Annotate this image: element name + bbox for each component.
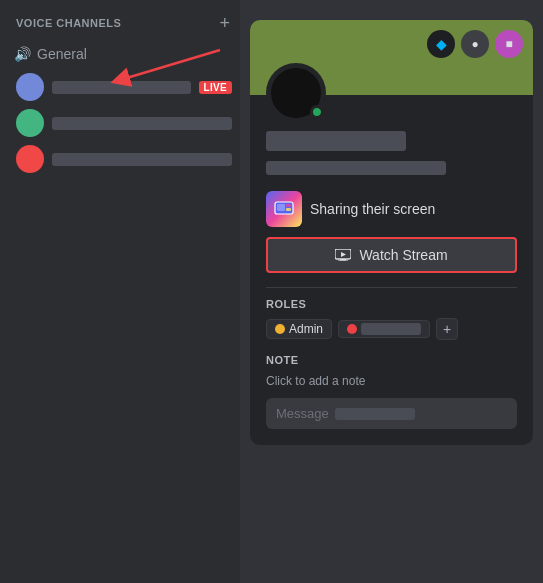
svg-rect-2 — [277, 204, 285, 211]
channel-members-list: LIVE — [0, 70, 240, 176]
avatar — [16, 145, 44, 173]
watch-stream-button[interactable]: Watch Stream — [266, 237, 517, 273]
speaker-icon: 🔊 — [14, 46, 31, 62]
role-dot-red — [347, 324, 357, 334]
role-badge-custom — [338, 320, 430, 338]
role-dot-yellow — [275, 324, 285, 334]
live-badge: LIVE — [199, 81, 232, 94]
main-panel: ◆ ● ■ Sharing their screen — [240, 0, 543, 583]
general-channel[interactable]: 🔊 General — [0, 42, 240, 66]
svg-rect-4 — [286, 208, 291, 211]
sidebar: VOICE CHANNELS + 🔊 General LIVE — [0, 0, 240, 583]
divider — [266, 287, 517, 288]
note-placeholder-text[interactable]: Click to add a note — [266, 374, 517, 388]
roles-section-label: ROLES — [266, 298, 517, 310]
member-name — [52, 153, 232, 166]
role-custom-label — [361, 323, 421, 335]
roles-row: Admin + — [266, 318, 517, 340]
voice-channels-header: VOICE CHANNELS + — [0, 12, 240, 42]
profile-discriminator — [266, 161, 446, 175]
add-role-button[interactable]: + — [436, 318, 458, 340]
profile-banner: ◆ ● ■ — [250, 20, 533, 95]
voice-channels-title: VOICE CHANNELS — [16, 17, 121, 29]
more-action-icon[interactable]: ■ — [495, 30, 523, 58]
member-row[interactable] — [12, 142, 240, 176]
online-status-indicator — [310, 105, 324, 119]
profile-username — [266, 131, 406, 151]
message-label: Message — [276, 406, 329, 421]
screen-share-notice: Sharing their screen — [266, 191, 517, 227]
svg-rect-7 — [338, 261, 348, 262]
profile-actions: ◆ ● ■ — [427, 30, 523, 58]
member-name — [52, 81, 191, 94]
svg-rect-3 — [286, 204, 291, 207]
general-channel-label: General — [37, 46, 87, 62]
profile-card: ◆ ● ■ Sharing their screen — [250, 20, 533, 445]
avatar — [16, 73, 44, 101]
profile-avatar-wrap — [266, 63, 326, 123]
diamond-action-icon[interactable]: ◆ — [427, 30, 455, 58]
role-badge-admin: Admin — [266, 319, 332, 339]
member-name — [52, 117, 232, 130]
profile-body: Sharing their screen Watch Stream ROLES … — [250, 95, 533, 445]
member-row[interactable]: LIVE — [12, 70, 240, 104]
role-admin-label: Admin — [289, 322, 323, 336]
member-row[interactable] — [12, 106, 240, 140]
screen-share-text: Sharing their screen — [310, 201, 435, 217]
settings-action-icon[interactable]: ● — [461, 30, 489, 58]
svg-marker-8 — [341, 252, 346, 257]
avatar — [16, 109, 44, 137]
message-placeholder — [335, 408, 415, 420]
screen-share-icon — [266, 191, 302, 227]
svg-rect-6 — [340, 259, 346, 261]
note-section-label: NOTE — [266, 354, 517, 366]
message-input-area[interactable]: Message — [266, 398, 517, 429]
watch-stream-icon — [335, 249, 351, 261]
add-channel-button[interactable]: + — [217, 12, 232, 34]
watch-stream-label: Watch Stream — [359, 247, 447, 263]
